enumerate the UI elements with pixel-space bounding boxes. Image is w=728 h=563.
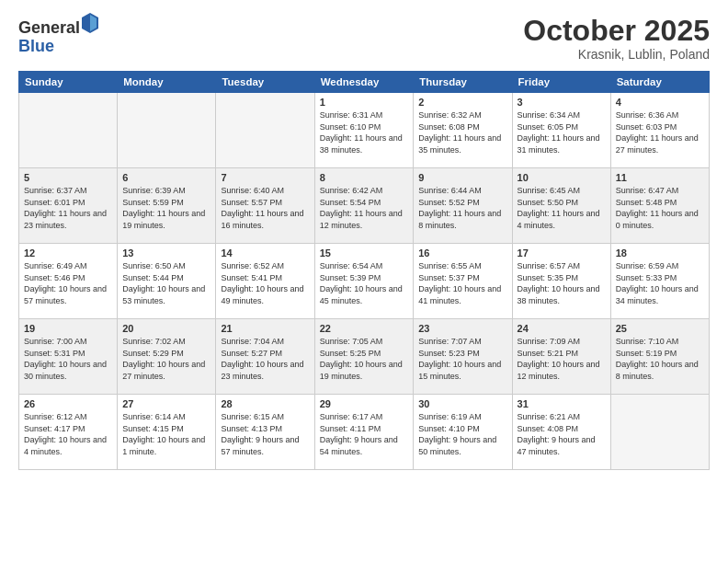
calendar-cell: 30Sunrise: 6:19 AM Sunset: 4:10 PM Dayli…: [414, 395, 512, 470]
logo: General Blue: [18, 15, 98, 56]
day-number: 23: [418, 323, 506, 334]
day-info: Sunrise: 6:19 AM Sunset: 4:10 PM Dayligh…: [418, 411, 506, 457]
day-info: Sunrise: 7:02 AM Sunset: 5:29 PM Dayligh…: [122, 336, 210, 382]
day-info: Sunrise: 6:40 AM Sunset: 5:57 PM Dayligh…: [221, 185, 309, 231]
day-number: 28: [221, 398, 309, 409]
col-header-sunday: Sunday: [19, 72, 118, 93]
page: General Blue October 2025 Krasnik, Lubli…: [0, 0, 728, 563]
day-number: 2: [418, 97, 506, 108]
day-number: 17: [518, 247, 606, 259]
day-number: 20: [122, 323, 210, 334]
day-info: Sunrise: 7:10 AM Sunset: 5:19 PM Dayligh…: [616, 336, 704, 382]
day-info: Sunrise: 7:00 AM Sunset: 5:31 PM Dayligh…: [24, 336, 112, 382]
calendar-cell: [118, 93, 216, 168]
calendar-cell: [216, 93, 314, 168]
calendar-cell: 31Sunrise: 6:21 AM Sunset: 4:08 PM Dayli…: [512, 395, 610, 470]
calendar-cell: 14Sunrise: 6:52 AM Sunset: 5:41 PM Dayli…: [216, 244, 314, 319]
col-header-tuesday: Tuesday: [216, 72, 314, 93]
day-info: Sunrise: 6:54 AM Sunset: 5:39 PM Dayligh…: [320, 260, 409, 306]
logo-blue-text: Blue: [18, 38, 98, 56]
calendar-cell: 2Sunrise: 6:32 AM Sunset: 6:08 PM Daylig…: [414, 93, 512, 168]
day-info: Sunrise: 6:31 AM Sunset: 6:10 PM Dayligh…: [320, 109, 409, 155]
day-number: 15: [320, 247, 409, 259]
day-number: 8: [320, 172, 409, 183]
day-info: Sunrise: 6:52 AM Sunset: 5:41 PM Dayligh…: [221, 260, 309, 306]
day-info: Sunrise: 6:17 AM Sunset: 4:11 PM Dayligh…: [320, 411, 409, 457]
day-info: Sunrise: 6:47 AM Sunset: 5:48 PM Dayligh…: [616, 185, 704, 231]
calendar-cell: 9Sunrise: 6:44 AM Sunset: 5:52 PM Daylig…: [414, 168, 512, 244]
day-number: 22: [320, 323, 409, 334]
logo-blue: Blue: [18, 37, 54, 55]
calendar-cell: 23Sunrise: 7:07 AM Sunset: 5:23 PM Dayli…: [414, 319, 512, 395]
day-info: Sunrise: 6:50 AM Sunset: 5:44 PM Dayligh…: [122, 260, 210, 306]
col-header-thursday: Thursday: [414, 72, 512, 93]
day-info: Sunrise: 7:09 AM Sunset: 5:21 PM Dayligh…: [518, 336, 606, 382]
day-number: 19: [24, 323, 112, 334]
calendar-cell: [19, 93, 118, 168]
day-number: 25: [616, 323, 704, 334]
day-number: 3: [518, 97, 606, 108]
day-info: Sunrise: 6:39 AM Sunset: 5:59 PM Dayligh…: [122, 185, 210, 231]
day-info: Sunrise: 6:44 AM Sunset: 5:52 PM Dayligh…: [418, 185, 506, 231]
day-info: Sunrise: 7:04 AM Sunset: 5:27 PM Dayligh…: [221, 336, 309, 382]
day-info: Sunrise: 7:05 AM Sunset: 5:25 PM Dayligh…: [320, 336, 409, 382]
logo-text: General: [18, 15, 98, 38]
calendar-cell: 18Sunrise: 6:59 AM Sunset: 5:33 PM Dayli…: [610, 244, 709, 319]
day-number: 12: [24, 247, 112, 259]
day-info: Sunrise: 6:57 AM Sunset: 5:35 PM Dayligh…: [518, 260, 606, 306]
day-number: 9: [418, 172, 506, 183]
day-info: Sunrise: 6:42 AM Sunset: 5:54 PM Dayligh…: [320, 185, 409, 231]
calendar-cell: 26Sunrise: 6:12 AM Sunset: 4:17 PM Dayli…: [19, 395, 118, 470]
day-number: 27: [122, 398, 210, 409]
day-info: Sunrise: 6:36 AM Sunset: 6:03 PM Dayligh…: [616, 109, 704, 155]
calendar-cell: 11Sunrise: 6:47 AM Sunset: 5:48 PM Dayli…: [610, 168, 709, 244]
calendar-week-row: 5Sunrise: 6:37 AM Sunset: 6:01 PM Daylig…: [19, 168, 710, 244]
calendar-cell: 21Sunrise: 7:04 AM Sunset: 5:27 PM Dayli…: [216, 319, 314, 395]
calendar-cell: 19Sunrise: 7:00 AM Sunset: 5:31 PM Dayli…: [19, 319, 118, 395]
day-info: Sunrise: 6:21 AM Sunset: 4:08 PM Dayligh…: [518, 411, 606, 457]
day-number: 11: [616, 172, 704, 183]
calendar-week-row: 26Sunrise: 6:12 AM Sunset: 4:17 PM Dayli…: [19, 395, 710, 470]
calendar-cell: 3Sunrise: 6:34 AM Sunset: 6:05 PM Daylig…: [512, 93, 610, 168]
day-info: Sunrise: 6:34 AM Sunset: 6:05 PM Dayligh…: [518, 109, 606, 155]
day-number: 30: [418, 398, 506, 409]
day-info: Sunrise: 6:37 AM Sunset: 6:01 PM Dayligh…: [24, 185, 112, 231]
calendar-header-row: SundayMondayTuesdayWednesdayThursdayFrid…: [19, 72, 710, 93]
calendar-cell: 5Sunrise: 6:37 AM Sunset: 6:01 PM Daylig…: [19, 168, 118, 244]
calendar-cell: 27Sunrise: 6:14 AM Sunset: 4:15 PM Dayli…: [118, 395, 216, 470]
day-number: 26: [24, 398, 112, 409]
calendar-cell: 25Sunrise: 7:10 AM Sunset: 5:19 PM Dayli…: [610, 319, 709, 395]
day-info: Sunrise: 6:45 AM Sunset: 5:50 PM Dayligh…: [518, 185, 606, 231]
header: General Blue October 2025 Krasnik, Lubli…: [18, 15, 710, 62]
calendar-week-row: 19Sunrise: 7:00 AM Sunset: 5:31 PM Dayli…: [19, 319, 710, 395]
calendar-week-row: 1Sunrise: 6:31 AM Sunset: 6:10 PM Daylig…: [19, 93, 710, 168]
day-number: 13: [122, 247, 210, 259]
day-number: 5: [24, 172, 112, 183]
day-info: Sunrise: 6:14 AM Sunset: 4:15 PM Dayligh…: [122, 411, 210, 457]
calendar-cell: 12Sunrise: 6:49 AM Sunset: 5:46 PM Dayli…: [19, 244, 118, 319]
calendar-cell: 20Sunrise: 7:02 AM Sunset: 5:29 PM Dayli…: [118, 319, 216, 395]
calendar-cell: 17Sunrise: 6:57 AM Sunset: 5:35 PM Dayli…: [512, 244, 610, 319]
col-header-friday: Friday: [512, 72, 610, 93]
day-info: Sunrise: 6:12 AM Sunset: 4:17 PM Dayligh…: [24, 411, 112, 457]
day-number: 1: [320, 97, 409, 108]
day-number: 29: [320, 398, 409, 409]
calendar-cell: 6Sunrise: 6:39 AM Sunset: 5:59 PM Daylig…: [118, 168, 216, 244]
day-info: Sunrise: 6:15 AM Sunset: 4:13 PM Dayligh…: [221, 411, 309, 457]
col-header-wednesday: Wednesday: [314, 72, 414, 93]
calendar-cell: 4Sunrise: 6:36 AM Sunset: 6:03 PM Daylig…: [610, 93, 709, 168]
location: Krasnik, Lublin, Poland: [523, 47, 710, 62]
day-number: 18: [616, 247, 704, 259]
day-number: 14: [221, 247, 309, 259]
logo-general: General: [18, 18, 80, 37]
day-number: 21: [221, 323, 309, 334]
calendar-cell: 29Sunrise: 6:17 AM Sunset: 4:11 PM Dayli…: [314, 395, 414, 470]
day-info: Sunrise: 6:55 AM Sunset: 5:37 PM Dayligh…: [418, 260, 506, 306]
calendar-cell: 13Sunrise: 6:50 AM Sunset: 5:44 PM Dayli…: [118, 244, 216, 319]
day-info: Sunrise: 6:49 AM Sunset: 5:46 PM Dayligh…: [24, 260, 112, 306]
calendar-table: SundayMondayTuesdayWednesdayThursdayFrid…: [18, 71, 710, 470]
calendar-cell: 28Sunrise: 6:15 AM Sunset: 4:13 PM Dayli…: [216, 395, 314, 470]
col-header-saturday: Saturday: [610, 72, 709, 93]
title-block: October 2025 Krasnik, Lublin, Poland: [523, 15, 710, 62]
day-number: 6: [122, 172, 210, 183]
